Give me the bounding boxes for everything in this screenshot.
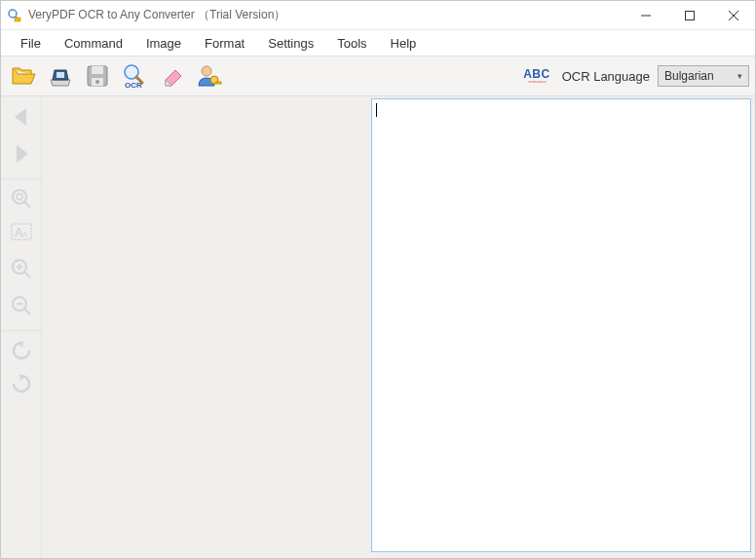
svg-point-20 bbox=[17, 194, 22, 200]
image-preview-pane bbox=[42, 96, 369, 558]
menu-settings[interactable]: Settings bbox=[256, 32, 325, 55]
menu-file[interactable]: File bbox=[9, 32, 53, 55]
ocr-text-pane[interactable] bbox=[371, 98, 751, 552]
erase-button[interactable] bbox=[155, 59, 188, 93]
titlebar: VeryPDF OCR to Any Converter （Trial Vers… bbox=[1, 1, 755, 30]
close-button[interactable] bbox=[711, 1, 755, 29]
menu-command[interactable]: Command bbox=[53, 32, 134, 55]
window-title: VeryPDF OCR to Any Converter （Trial Vers… bbox=[28, 7, 624, 23]
abc-icon-underline: 〰〰〰 bbox=[528, 81, 546, 85]
app-icon bbox=[7, 8, 22, 23]
svg-text:A: A bbox=[22, 230, 28, 239]
lang-value: Bulgarian bbox=[664, 69, 714, 83]
text-size-button[interactable]: AA bbox=[5, 215, 38, 248]
window-controls bbox=[624, 1, 755, 29]
maximize-button[interactable] bbox=[667, 1, 711, 29]
zoom-fit-button[interactable] bbox=[1, 178, 41, 211]
ocr-button[interactable]: OCR bbox=[118, 59, 151, 93]
left-toolbar: AA bbox=[1, 96, 42, 558]
save-button[interactable] bbox=[81, 59, 114, 93]
rotate-left-button[interactable] bbox=[1, 330, 41, 363]
svg-rect-4 bbox=[685, 11, 694, 19]
scan-button[interactable] bbox=[44, 59, 77, 93]
rotate-right-button[interactable] bbox=[5, 367, 38, 400]
content-area: AA bbox=[1, 96, 755, 558]
chevron-down-icon: ▾ bbox=[737, 71, 742, 81]
svg-line-29 bbox=[24, 309, 30, 315]
zoom-in-button[interactable] bbox=[5, 252, 38, 285]
svg-point-18 bbox=[13, 190, 26, 204]
svg-text:OCR: OCR bbox=[125, 81, 142, 90]
svg-rect-9 bbox=[92, 66, 103, 74]
menu-format[interactable]: Format bbox=[193, 32, 256, 55]
spellcheck-button[interactable]: ABC 〰〰〰 bbox=[523, 67, 550, 85]
menu-image[interactable]: Image bbox=[134, 32, 193, 55]
toolbar: OCR ABC 〰〰〰 OCR Language Bulgarian ▾ bbox=[1, 56, 755, 96]
lang-label: OCR Language bbox=[562, 69, 650, 84]
svg-point-0 bbox=[9, 10, 17, 18]
svg-rect-2 bbox=[15, 18, 20, 21]
svg-rect-7 bbox=[57, 72, 64, 78]
menu-help[interactable]: Help bbox=[379, 32, 429, 55]
menu-tools[interactable]: Tools bbox=[325, 32, 378, 55]
nav-forward-button[interactable] bbox=[5, 137, 38, 170]
svg-line-19 bbox=[24, 202, 30, 207]
zoom-out-button[interactable] bbox=[5, 289, 38, 322]
nav-back-button[interactable] bbox=[5, 100, 38, 133]
menubar: File Command Image Format Settings Tools… bbox=[1, 30, 755, 56]
user-button[interactable] bbox=[192, 59, 225, 93]
svg-line-25 bbox=[24, 272, 30, 278]
svg-rect-17 bbox=[216, 82, 221, 84]
text-cursor bbox=[376, 103, 377, 117]
open-button[interactable] bbox=[7, 59, 40, 93]
minimize-button[interactable] bbox=[624, 1, 667, 29]
svg-point-15 bbox=[202, 66, 211, 76]
svg-point-11 bbox=[95, 80, 99, 84]
lang-select[interactable]: Bulgarian ▾ bbox=[658, 65, 749, 87]
